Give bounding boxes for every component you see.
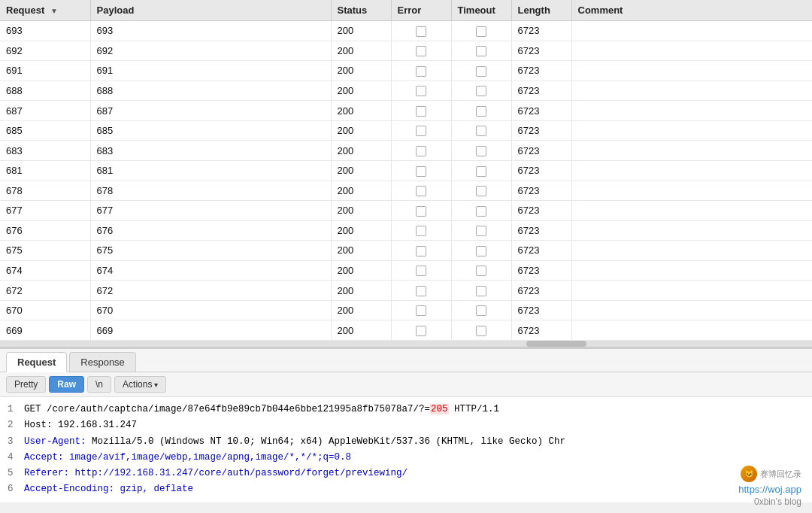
error-checkbox[interactable]: [416, 66, 426, 77]
content-toolbar: Pretty Raw \n Actions ▾: [0, 372, 812, 397]
error-checkbox[interactable]: [416, 246, 426, 256]
table-row[interactable]: 6916912006723: [0, 61, 812, 81]
cell-length: 6723: [511, 181, 571, 201]
error-checkbox[interactable]: [416, 206, 426, 217]
n-button[interactable]: \n: [87, 376, 111, 393]
error-checkbox[interactable]: [416, 126, 426, 136]
cell-error: [391, 141, 451, 161]
error-checkbox[interactable]: [416, 86, 426, 96]
col-header-error[interactable]: Error: [391, 0, 451, 21]
cell-status: 200: [331, 241, 391, 261]
cell-status: 200: [331, 101, 391, 121]
table-row[interactable]: 6776772006723: [0, 201, 812, 221]
table-row[interactable]: 6786782006723: [0, 181, 812, 201]
error-checkbox[interactable]: [416, 146, 426, 156]
table-row[interactable]: 6766762006723: [0, 220, 812, 241]
tab-response[interactable]: Response: [69, 352, 136, 372]
table-row[interactable]: 6726722006723: [0, 281, 812, 301]
cell-request: 693: [0, 21, 90, 41]
col-header-comment[interactable]: Comment: [571, 0, 812, 21]
actions-button[interactable]: Actions ▾: [114, 376, 166, 393]
cell-length: 6723: [511, 281, 571, 301]
timeout-checkbox[interactable]: [476, 206, 486, 217]
cell-timeout: [451, 101, 511, 121]
col-header-timeout[interactable]: Timeout: [451, 0, 511, 21]
cell-timeout: [451, 41, 511, 61]
cell-status: 200: [331, 220, 391, 241]
timeout-checkbox[interactable]: [476, 146, 486, 156]
line-number: 2: [8, 417, 20, 433]
timeout-checkbox[interactable]: [476, 246, 486, 256]
col-header-length[interactable]: Length: [511, 0, 571, 21]
error-checkbox[interactable]: [416, 26, 426, 37]
cell-request: 683: [0, 141, 90, 161]
timeout-checkbox[interactable]: [476, 106, 486, 117]
table-row[interactable]: 6696692006723: [0, 320, 812, 341]
cell-timeout: [451, 61, 511, 81]
cell-request: 685: [0, 120, 90, 141]
error-checkbox[interactable]: [416, 166, 426, 177]
line-text: Referer: http://192.168.31.247/core/auth…: [24, 468, 408, 478]
cell-timeout: [451, 201, 511, 221]
table-row[interactable]: 6816812006723: [0, 160, 812, 181]
timeout-checkbox[interactable]: [476, 186, 486, 196]
error-checkbox[interactable]: [416, 326, 426, 336]
cell-timeout: [451, 281, 511, 301]
table-row[interactable]: 6746742006723: [0, 260, 812, 281]
table-row[interactable]: 6756752006723: [0, 241, 812, 261]
timeout-checkbox[interactable]: [476, 286, 486, 296]
timeout-checkbox[interactable]: [476, 305, 486, 316]
cell-error: [391, 220, 451, 241]
col-header-request[interactable]: Request ▼: [0, 0, 90, 21]
cell-payload: 683: [90, 141, 331, 161]
tab-request[interactable]: Request: [6, 352, 67, 372]
request-line: 3User-Agent: Mozilla/5.0 (Windows NT 10.…: [8, 434, 804, 450]
cell-error: [391, 181, 451, 201]
cell-length: 6723: [511, 241, 571, 261]
timeout-checkbox[interactable]: [476, 266, 486, 276]
watermark-url: https://woj.app: [738, 484, 801, 495]
error-checkbox[interactable]: [416, 305, 426, 316]
table-row[interactable]: 6836832006723: [0, 141, 812, 161]
error-checkbox[interactable]: [416, 226, 426, 236]
error-checkbox[interactable]: [416, 286, 426, 296]
col-header-payload[interactable]: Payload: [90, 0, 331, 21]
table-row[interactable]: 6926922006723: [0, 41, 812, 61]
table-row[interactable]: 6876872006723: [0, 101, 812, 121]
logo-icon: 🐱: [741, 466, 757, 482]
cell-comment: [571, 141, 812, 161]
col-header-status[interactable]: Status: [331, 0, 391, 21]
timeout-checkbox[interactable]: [476, 46, 486, 56]
request-content: 1GET /core/auth/captcha/image/87e64fb9e8…: [0, 397, 812, 502]
cell-error: [391, 160, 451, 181]
timeout-checkbox[interactable]: [476, 126, 486, 136]
scrollbar-thumb[interactable]: [526, 341, 586, 347]
pretty-button[interactable]: Pretty: [6, 376, 46, 393]
error-checkbox[interactable]: [416, 186, 426, 196]
cell-comment: [571, 41, 812, 61]
table-row[interactable]: 6706702006723: [0, 300, 812, 320]
cell-timeout: [451, 300, 511, 320]
error-checkbox[interactable]: [416, 266, 426, 276]
table-row[interactable]: 6856852006723: [0, 120, 812, 141]
cell-timeout: [451, 160, 511, 181]
table-row[interactable]: 6936932006723: [0, 21, 812, 41]
timeout-checkbox[interactable]: [476, 86, 486, 96]
error-checkbox[interactable]: [416, 106, 426, 117]
cell-status: 200: [331, 320, 391, 341]
timeout-checkbox[interactable]: [476, 66, 486, 77]
raw-button[interactable]: Raw: [49, 376, 84, 393]
timeout-checkbox[interactable]: [476, 26, 486, 37]
timeout-checkbox[interactable]: [476, 226, 486, 236]
actions-dropdown-arrow-icon: ▾: [154, 381, 158, 389]
error-checkbox[interactable]: [416, 46, 426, 56]
horizontal-scrollbar[interactable]: [0, 341, 812, 347]
cell-error: [391, 300, 451, 320]
table-row[interactable]: 6886882006723: [0, 80, 812, 101]
line-text: Accept-Encoding: gzip, deflate: [24, 484, 193, 494]
cell-request: 672: [0, 281, 90, 301]
timeout-checkbox[interactable]: [476, 326, 486, 336]
timeout-checkbox[interactable]: [476, 166, 486, 177]
cell-comment: [571, 201, 812, 221]
cell-status: 200: [331, 41, 391, 61]
